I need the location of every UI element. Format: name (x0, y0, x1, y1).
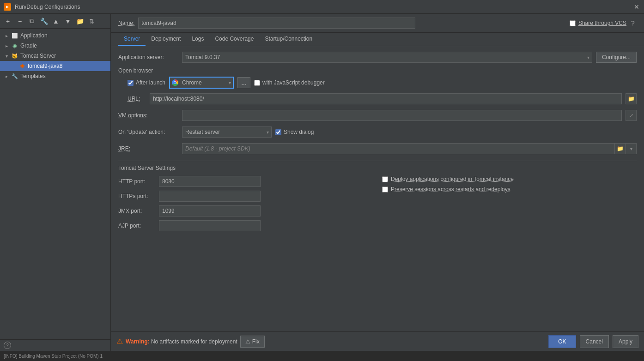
title-controls[interactable]: ✕ (633, 3, 640, 11)
label-templates: Templates (20, 73, 46, 79)
url-input[interactable] (150, 93, 622, 104)
name-section: Name: Share through VCS ? (111, 14, 644, 33)
bottom-bar: ⚠ Warning: No artifacts marked for deplo… (111, 331, 644, 351)
icon-application: ⬜ (11, 32, 18, 39)
after-launch-text: After launch (136, 79, 165, 86)
status-bar: [INFO] Building Maven Stub Project (No P… (0, 351, 644, 361)
right-panel: Name: Share through VCS ? Server Deploym… (111, 14, 644, 351)
tab-logs[interactable]: Logs (186, 33, 209, 46)
jre-row: JRE: 📁 ▾ (118, 143, 637, 154)
cancel-button[interactable]: Cancel (580, 335, 609, 348)
ajp-port-input[interactable] (159, 220, 261, 231)
sidebar-item-tomcat9-java8[interactable]: ✱ tomcat9-java8 (0, 61, 110, 71)
warning-icon: ⚠ (116, 337, 123, 346)
deploy-apps-checkbox[interactable] (382, 176, 388, 182)
browser-ellipsis-button[interactable]: ... (237, 77, 250, 88)
jmx-port-label: JMX port: (118, 208, 155, 214)
share-folder-button[interactable]: 📁 (75, 16, 85, 26)
url-row: URL: 📁 (118, 93, 637, 104)
vm-options-label: VM options: (118, 112, 178, 119)
https-port-input[interactable] (159, 191, 261, 202)
preserve-sessions-checkbox[interactable] (382, 187, 388, 193)
icon-tomcat9-config: ✱ (18, 62, 26, 70)
open-browser-label: Open browser (118, 67, 178, 74)
tabs-bar: Server Deployment Logs Code Coverage Sta… (111, 33, 644, 46)
jre-folder-button[interactable]: 📁 (614, 143, 626, 154)
url-label: URL: (128, 96, 146, 102)
tab-server[interactable]: Server (118, 33, 146, 46)
sidebar-item-gradle[interactable]: ◉ Gradle (0, 41, 110, 51)
show-dialog-label[interactable]: Show dialog (275, 129, 314, 135)
on-update-row: On 'Update' action: Restart server Redep… (118, 126, 637, 138)
label-tomcat9-java8: tomcat9-java8 (28, 63, 62, 69)
sidebar-item-application[interactable]: ⬜ Application (0, 30, 110, 41)
jmx-port-row: JMX port: (118, 205, 373, 217)
ok-button[interactable]: OK (548, 335, 576, 348)
preserve-sessions-row: Preserve sessions across restarts and re… (382, 186, 637, 193)
action-buttons: OK Cancel Apply (548, 335, 638, 348)
app-server-label: Application server: (118, 54, 178, 60)
move-up-button[interactable]: ▲ (51, 16, 61, 26)
name-row: Name: (118, 18, 415, 29)
url-folder-button[interactable]: 📁 (626, 93, 637, 104)
label-tomcat-server: Tomcat Server (20, 53, 56, 59)
remove-config-button[interactable]: − (15, 16, 25, 26)
copy-config-button[interactable]: ⧉ (27, 16, 37, 26)
ajp-port-row: AJP port: (118, 220, 373, 231)
on-update-select[interactable]: Restart server Redeploy Update classes a… (182, 126, 272, 138)
fix-button[interactable]: ⚠ Fix (240, 336, 265, 348)
share-help-button[interactable]: ? (629, 19, 637, 27)
label-gradle: Gradle (20, 42, 37, 49)
sidebar-item-templates[interactable]: 🔧 Templates (0, 71, 110, 81)
jmx-port-input[interactable] (159, 205, 261, 217)
show-dialog-checkbox[interactable] (275, 129, 281, 135)
status-text: [INFO] Building Maven Stub Project (No P… (4, 354, 103, 359)
apply-button[interactable]: Apply (613, 335, 638, 348)
title-bar: ► Run/Debug Configurations ✕ (0, 0, 644, 14)
show-dialog-text: Show dialog (284, 129, 314, 135)
http-port-label: HTTP port: (118, 178, 155, 185)
deploy-apps-row: Deploy applications configured in Tomcat… (382, 176, 637, 182)
vm-options-input[interactable] (182, 110, 622, 121)
sidebar-help-button[interactable]: ? (4, 342, 11, 349)
configure-button[interactable]: Configure... (596, 52, 637, 63)
warning-bold: Warning: (126, 338, 150, 345)
name-input[interactable] (138, 18, 415, 29)
app-icon: ► (4, 3, 11, 11)
jre-dropdown-button[interactable]: ▾ (626, 143, 637, 154)
after-launch-label[interactable]: After launch (128, 79, 165, 86)
browser-select[interactable]: Chrome Firefox Edge (169, 77, 234, 89)
main-layout: + − ⧉ 🔧 ▲ ▼ 📁 ⇅ ⬜ Application ◉ Gradle (0, 14, 644, 351)
js-debugger-label[interactable]: with JavaScript debugger (254, 79, 325, 86)
edit-defaults-button[interactable]: 🔧 (39, 16, 49, 26)
icon-gradle: ◉ (11, 42, 18, 49)
tab-deployment[interactable]: Deployment (146, 33, 186, 46)
vm-options-row: VM options: ⤢ (118, 110, 637, 121)
sidebar-item-tomcat-server[interactable]: 🐱 Tomcat Server (0, 51, 110, 61)
settings-left: HTTP port: HTTPs port: JMX port: AJP por… (118, 176, 373, 235)
move-down-button[interactable]: ▼ (63, 16, 73, 26)
share-vcs-checkbox[interactable] (570, 20, 576, 26)
js-debugger-checkbox[interactable] (254, 80, 260, 86)
http-port-row: HTTP port: (118, 176, 373, 187)
http-port-input[interactable] (159, 176, 261, 187)
tab-startup-connection[interactable]: Startup/Connection (259, 33, 318, 46)
settings-divider (118, 161, 637, 161)
sidebar-bottom: ? (0, 339, 110, 351)
add-config-button[interactable]: + (3, 16, 13, 26)
app-server-select[interactable]: Tomcat 9.0.37 (182, 52, 592, 63)
sidebar-tree: ⬜ Application ◉ Gradle 🐱 Tomcat Server ✱… (0, 29, 110, 339)
tab-code-coverage[interactable]: Code Coverage (209, 33, 259, 46)
close-button[interactable]: ✕ (633, 3, 640, 11)
share-row: Share through VCS ? (570, 19, 637, 27)
after-launch-checkbox[interactable] (128, 80, 134, 86)
icon-templates: 🔧 (11, 72, 18, 80)
vm-options-expand-button[interactable]: ⤢ (626, 110, 637, 121)
jre-label: JRE: (118, 145, 178, 152)
jre-input[interactable] (182, 143, 614, 154)
fix-icon: ⚠ (245, 338, 250, 345)
browser-row: After launch (118, 77, 637, 89)
sort-button[interactable]: ⇅ (87, 16, 97, 26)
jre-input-wrapper: 📁 ▾ (182, 143, 637, 154)
ajp-port-label: AJP port: (118, 223, 155, 229)
